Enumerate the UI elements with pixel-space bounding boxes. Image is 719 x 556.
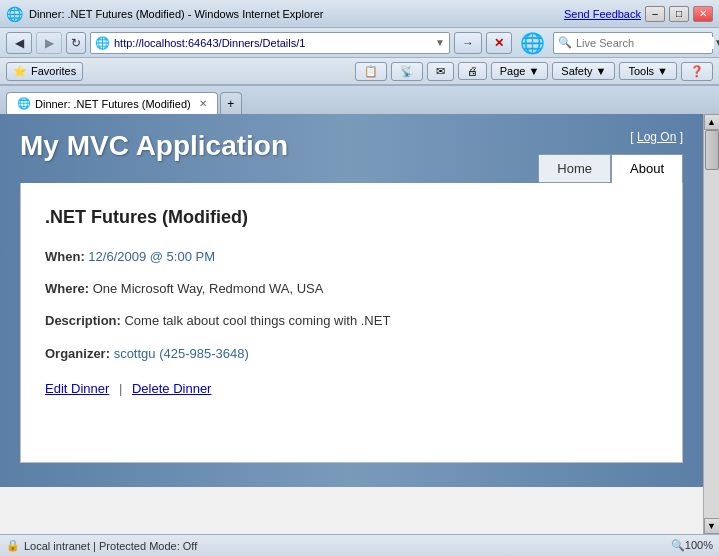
description-row: Description: Come talk about cool things… [45,312,658,330]
tools-label: Tools [628,65,654,77]
address-dropdown-icon[interactable]: ▼ [435,37,445,48]
stop-button[interactable]: ✕ [486,32,512,54]
organizer-row: Organizer: scottgu (425-985-3648) [45,345,658,363]
content-panel: .NET Futures (Modified) When: 12/6/2009 … [20,183,683,463]
where-label: Where: [45,281,89,296]
organizer-label: Organizer: [45,346,110,361]
dinner-title: .NET Futures (Modified) [45,207,658,228]
forward-button[interactable]: ▶ [36,32,62,54]
page-label: Page [500,65,526,77]
mail-button[interactable]: ✉ [427,62,454,81]
tab-close-icon[interactable]: ✕ [199,98,207,109]
zoom-button[interactable]: 🔍100% [671,539,713,552]
safety-label: Safety [561,65,592,77]
safety-button[interactable]: Safety ▼ [552,62,615,80]
scroll-track [704,130,719,518]
favorites-button[interactable]: ⭐ Favorites [6,62,83,81]
search-input[interactable] [576,37,714,49]
tools-dropdown-icon: ▼ [657,65,668,77]
go-button[interactable]: → [454,32,482,54]
address-input-wrap: 🌐 ▼ [90,32,450,54]
description-value: Come talk about cool things coming with … [124,313,390,328]
search-bar: 🔍 ▼ [553,32,713,54]
zone-text: Local intranet | Protected Mode: Off [24,540,197,552]
send-feedback-link[interactable]: Send Feedback [564,8,641,20]
page-dropdown-icon: ▼ [528,65,539,77]
scroll-up-button[interactable]: ▲ [704,114,720,130]
address-input[interactable] [114,37,435,49]
address-bar: ◀ ▶ ↻ 🌐 ▼ → ✕ 🌐 🔍 ▼ [0,28,719,58]
browser-icon: 🌐 [6,6,23,22]
maximize-button[interactable]: □ [669,6,689,22]
scroll-thumb[interactable] [705,130,719,170]
vertical-scrollbar[interactable]: ▲ ▼ [703,114,719,534]
help-button[interactable]: ❓ [681,62,713,81]
tab-bar: 🌐 Dinner: .NET Futures (Modified) ✕ + [0,86,719,114]
star-icon: ⭐ [13,65,27,78]
print-button[interactable]: 🖨 [458,62,487,80]
add-tab-button[interactable]: 📋 [355,62,387,81]
search-bar-icon: 🔍 [558,36,572,49]
app-header: My MVC Application [ Log On ] Home About [0,114,703,183]
app-title: My MVC Application [20,130,288,162]
window-title: Dinner: .NET Futures (Modified) - Window… [29,8,323,20]
action-links: Edit Dinner | Delete Dinner [45,381,658,396]
organizer-value: scottgu (425-985-3648) [114,346,249,361]
back-button[interactable]: ◀ [6,32,32,54]
tab-icon: 🌐 [17,97,31,110]
where-value: One Microsoft Way, Redmond WA, USA [93,281,324,296]
title-bar: 🌐 Dinner: .NET Futures (Modified) - Wind… [0,0,719,28]
edit-dinner-link[interactable]: Edit Dinner [45,381,109,396]
status-left: 🔒 Local intranet | Protected Mode: Off [6,539,197,552]
status-bar: 🔒 Local intranet | Protected Mode: Off 🔍… [0,534,719,556]
page-button[interactable]: Page ▼ [491,62,549,80]
nav-tabs: Home About [538,154,683,183]
page-content: My MVC Application [ Log On ] Home About… [0,114,703,534]
delete-dinner-link[interactable]: Delete Dinner [132,381,212,396]
tab-label: Dinner: .NET Futures (Modified) [35,98,191,110]
search-dropdown-icon[interactable]: ▼ [714,37,719,48]
toolbar-bar: ⭐ Favorites 📋 📡 ✉ 🖨 Page ▼ Safety ▼ Tool… [0,58,719,86]
security-icon: 🔒 [6,539,20,552]
favorites-label: Favorites [31,65,76,77]
tools-button[interactable]: Tools ▼ [619,62,677,80]
login-text[interactable]: Log On [637,130,676,144]
nav-about-tab[interactable]: About [611,154,683,183]
where-row: Where: One Microsoft Way, Redmond WA, US… [45,280,658,298]
close-button[interactable]: ✕ [693,6,713,22]
status-right: 🔍100% [671,539,713,552]
nav-home-tab[interactable]: Home [538,154,611,183]
when-row: When: 12/6/2009 @ 5:00 PM [45,248,658,266]
safety-dropdown-icon: ▼ [596,65,607,77]
address-security-icon: 🌐 [95,36,110,50]
app-header-bg: My MVC Application [ Log On ] Home About… [0,114,703,487]
header-right: [ Log On ] Home About [538,130,683,183]
new-tab-button[interactable]: + [220,92,242,114]
minimize-button[interactable]: – [645,6,665,22]
feeds-button[interactable]: 📡 [391,62,423,81]
ie-icon: 🌐 [520,31,545,55]
refresh-button[interactable]: ↻ [66,32,86,54]
login-link[interactable]: [ Log On ] [630,130,683,144]
scroll-down-button[interactable]: ▼ [704,518,720,534]
link-separator: | [119,381,122,396]
active-tab[interactable]: 🌐 Dinner: .NET Futures (Modified) ✕ [6,92,218,114]
description-label: Description: [45,313,121,328]
when-value: 12/6/2009 @ 5:00 PM [88,249,215,264]
when-label: When: [45,249,85,264]
